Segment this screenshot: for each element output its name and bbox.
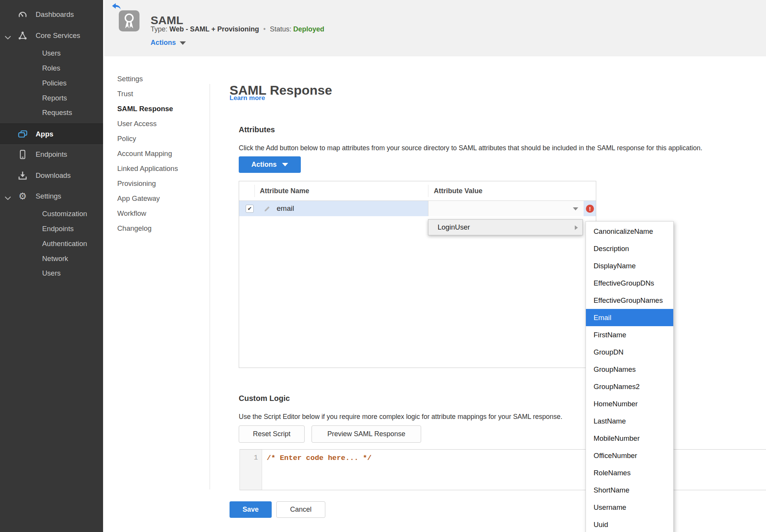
- subnav-item-settings[interactable]: Settings: [117, 71, 205, 86]
- attributes-heading: Attributes: [239, 125, 275, 134]
- attribute-value-dropdown[interactable]: [428, 201, 584, 216]
- app-meta: Type: Web - SAML + Provisioning • Status…: [151, 25, 324, 33]
- submenu-item-email[interactable]: Email: [586, 309, 673, 326]
- submenu-item-effectivegroupdns[interactable]: EffectiveGroupDNs: [586, 274, 673, 292]
- page-title: SAML: [151, 14, 183, 27]
- sidebar-item-settings-endpoints[interactable]: Endpoints: [0, 222, 103, 236]
- submenu-item-officenumber[interactable]: OfficeNumber: [586, 447, 673, 464]
- sidebar-item-label: Users: [42, 269, 61, 277]
- sidebar-item-customization[interactable]: Customization: [0, 207, 103, 221]
- type-value: Web - SAML + Provisioning: [169, 25, 259, 33]
- attribute-name-cell: email: [277, 201, 294, 216]
- editor-code[interactable]: /* Enter code here... */: [267, 454, 372, 462]
- submenu-item-canonicalizename[interactable]: CanonicalizeName: [586, 223, 673, 240]
- subnav-item-app-gateway[interactable]: App Gateway: [117, 191, 205, 206]
- subnav-item-saml-response[interactable]: SAML Response: [117, 101, 205, 116]
- app-window: Dashboards Core Services Users Roles Pol…: [0, 0, 766, 532]
- sidebar-item-endpoints[interactable]: Endpoints: [0, 147, 103, 162]
- submenu-item-firstname[interactable]: FirstName: [586, 326, 673, 343]
- table-row[interactable]: ✔ email !: [239, 201, 596, 216]
- sidebar-item-dashboards[interactable]: Dashboards: [0, 7, 103, 22]
- core-services-icon: [18, 31, 28, 41]
- subnav-item-account-mapping[interactable]: Account Mapping: [117, 146, 205, 161]
- chevron-down-icon: [5, 194, 11, 199]
- submenu-item-lastname[interactable]: LastName: [586, 412, 673, 430]
- back-icon[interactable]: [112, 2, 121, 11]
- sidebar-item-settings-users[interactable]: Users: [0, 266, 103, 281]
- sidebar-item-label: Roles: [42, 64, 60, 72]
- subnav-item-policy[interactable]: Policy: [117, 131, 205, 146]
- error-icon: !: [586, 205, 594, 213]
- sidebar-item-label: Dashboards: [36, 10, 74, 19]
- submenu-item-rolenames[interactable]: RoleNames: [586, 464, 673, 481]
- preview-saml-response-button[interactable]: Preview SAML Response: [312, 425, 421, 443]
- actions-button-label: Actions: [251, 161, 277, 169]
- header-actions-label: Actions: [151, 39, 176, 46]
- sidebar-item-reports[interactable]: Reports: [0, 91, 103, 105]
- value-menu-loginuser[interactable]: LoginUser: [428, 219, 583, 235]
- sidebar-item-settings[interactable]: ⚙ Settings: [0, 189, 103, 204]
- reset-script-button[interactable]: Reset Script: [239, 425, 305, 443]
- submenu-item-effectivegroupnames[interactable]: EffectiveGroupNames: [586, 292, 673, 309]
- edit-pencil-icon[interactable]: [264, 205, 271, 212]
- sidebar-item-label: Users: [42, 49, 61, 57]
- row-checkbox[interactable]: ✔: [246, 205, 254, 213]
- subnav-item-linked-applications[interactable]: Linked Applications: [117, 161, 205, 176]
- sidebar-item-core-services[interactable]: Core Services: [0, 28, 103, 43]
- subnav-item-user-access[interactable]: User Access: [117, 116, 205, 131]
- sidebar-item-label: Network: [42, 255, 68, 263]
- submenu-item-description[interactable]: Description: [586, 240, 673, 257]
- type-label: Type:: [151, 25, 167, 33]
- sidebar-item-authentication[interactable]: Authentication: [0, 236, 103, 251]
- submenu-item-groupnames2[interactable]: GroupNames2: [586, 378, 673, 395]
- meta-separator: •: [261, 25, 268, 33]
- sidebar-item-requests[interactable]: Requests: [0, 105, 103, 120]
- submenu-item-groupnames[interactable]: GroupNames: [586, 361, 673, 378]
- sidebar-item-users[interactable]: Users: [0, 46, 103, 61]
- attribute-value-submenu: CanonicalizeName Description DisplayName…: [586, 221, 674, 532]
- caret-down-icon: [180, 41, 186, 45]
- gauge-icon: [18, 10, 28, 20]
- submenu-item-homenumber[interactable]: HomeNumber: [586, 395, 673, 412]
- sidebar-item-label: Authentication: [42, 240, 87, 248]
- chevron-down-icon: [5, 33, 11, 38]
- editor-gutter: 1: [240, 450, 262, 490]
- sidebar-item-roles[interactable]: Roles: [0, 61, 103, 76]
- submenu-item-uuid[interactable]: Uuid: [586, 516, 673, 532]
- attributes-description: Click the Add button below to map attrib…: [239, 144, 702, 152]
- subnav-item-provisioning[interactable]: Provisioning: [117, 176, 205, 191]
- app-subnav: Settings Trust SAML Response User Access…: [117, 71, 205, 236]
- status-badge: Deployed: [293, 25, 324, 33]
- sidebar-item-label: Customization: [42, 210, 87, 218]
- column-header-attribute-value: Attribute Value: [434, 181, 482, 200]
- subnav-item-trust[interactable]: Trust: [117, 86, 205, 101]
- sidebar-item-downloads[interactable]: Downloads: [0, 168, 103, 183]
- submenu-item-groupdn[interactable]: GroupDN: [586, 343, 673, 361]
- main-sidebar: Dashboards Core Services Users Roles Pol…: [0, 0, 103, 532]
- sidebar-item-policies[interactable]: Policies: [0, 76, 103, 90]
- sidebar-item-label: Endpoints: [36, 150, 67, 159]
- sidebar-item-label: Core Services: [36, 31, 80, 40]
- subnav-item-changelog[interactable]: Changelog: [117, 221, 205, 236]
- attributes-actions-button[interactable]: Actions: [239, 156, 301, 173]
- sidebar-item-network[interactable]: Network: [0, 251, 103, 266]
- submenu-item-username[interactable]: Username: [586, 499, 673, 516]
- cancel-button[interactable]: Cancel: [276, 501, 325, 518]
- header-actions-menu[interactable]: Actions: [151, 39, 186, 47]
- submenu-item-shortname[interactable]: ShortName: [586, 481, 673, 499]
- custom-logic-description: Use the Script Editor below if you requi…: [239, 413, 563, 421]
- subnav-item-workflow[interactable]: Workflow: [117, 206, 205, 221]
- save-button[interactable]: Save: [230, 501, 272, 518]
- value-menu-label: LoginUser: [438, 223, 470, 231]
- apps-icon: [18, 129, 28, 139]
- sidebar-item-apps[interactable]: Apps: [0, 123, 103, 145]
- caret-down-icon: [573, 207, 578, 210]
- table-header-row: Attribute Name Attribute Value: [239, 181, 596, 201]
- status-label: Status:: [270, 25, 291, 33]
- learn-more-link[interactable]: Learn more: [230, 94, 265, 102]
- script-editor[interactable]: 1 /* Enter code here... */: [239, 449, 766, 490]
- submenu-item-displayname[interactable]: DisplayName: [586, 257, 673, 274]
- saml-app-icon: [119, 10, 139, 31]
- submenu-item-mobilenumber[interactable]: MobileNumber: [586, 430, 673, 447]
- sidebar-item-label: Requests: [42, 108, 72, 117]
